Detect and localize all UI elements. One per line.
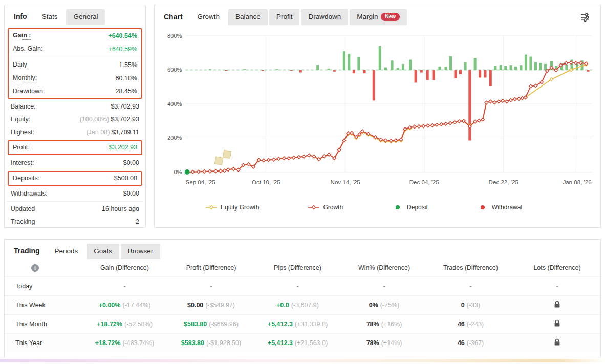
stat-label[interactable]: Abs. Gain: xyxy=(13,45,42,53)
locked-cell[interactable] xyxy=(514,319,600,329)
periods-panel: Trading PeriodsGoalsBrowser iGain (Diffe… xyxy=(4,239,601,358)
gain-bar xyxy=(397,68,399,70)
gain-bar xyxy=(544,64,547,70)
loss-bar xyxy=(333,70,336,72)
loss-bar xyxy=(353,70,355,74)
tab-stats[interactable]: Stats xyxy=(35,9,65,25)
tab-profit[interactable]: Profit xyxy=(269,9,300,25)
legend-item-equity-growth[interactable]: Equity Growth xyxy=(206,204,259,211)
cell-diff-value: (+31,339.8) xyxy=(295,320,328,328)
tab-trading[interactable]: Trading xyxy=(9,243,46,259)
growth-line xyxy=(187,62,586,172)
table-cell: 46(-367) xyxy=(427,339,514,347)
periods-panel-tabbar: Trading PeriodsGoalsBrowser xyxy=(5,240,600,259)
cell-diff-value: (-75%) xyxy=(380,302,400,309)
tab-margin[interactable]: MarginNew xyxy=(350,9,407,25)
cell-diff-value: (+21,563.0) xyxy=(295,339,328,347)
gain-bar xyxy=(449,56,452,70)
table-cell: - xyxy=(427,283,514,290)
gain-bar xyxy=(391,60,394,70)
loss-bar xyxy=(459,70,462,74)
period-label: Today xyxy=(5,283,81,290)
tab-browser[interactable]: Browser xyxy=(121,244,161,259)
table-cell: +0.00%(-17.44%) xyxy=(81,302,168,309)
gain-bar xyxy=(500,65,502,70)
loss-bar xyxy=(426,70,429,80)
growth-chart: 0%200%400%600%800%Sep 04, '25Oct 10, '25… xyxy=(156,27,597,201)
loss-bar xyxy=(299,70,302,73)
chart-area: 0%200%400%600%800%Sep 04, '25Oct 10, '25… xyxy=(155,26,600,203)
stat-label[interactable]: Monthly: xyxy=(13,74,37,82)
stat-row: Withdrawals:$0.00 xyxy=(7,187,143,200)
empty-value: - xyxy=(296,283,298,290)
divider xyxy=(7,201,143,202)
stat-label[interactable]: Daily xyxy=(13,61,27,69)
growth-markers xyxy=(185,61,588,174)
table-cell: $0.00(-$549.97) xyxy=(168,302,254,309)
column-header: Lots (Difference) xyxy=(514,264,600,271)
loss-bar xyxy=(489,70,492,87)
gain-bar xyxy=(402,64,404,70)
table-cell: - xyxy=(81,283,168,290)
table-cell: 0%(-75%) xyxy=(341,302,427,309)
column-header: Pips (Difference) xyxy=(254,264,341,271)
deposit-dot xyxy=(185,169,190,175)
cell-main-value: $583.80 xyxy=(184,320,207,328)
legend-item-withdrawal[interactable]: Withdrawal xyxy=(477,204,522,211)
legend-dot-marker xyxy=(477,205,488,210)
info-icon[interactable]: i xyxy=(31,264,39,272)
sliders-icon xyxy=(578,11,591,24)
period-label: This Month xyxy=(5,320,81,328)
tab-general[interactable]: General xyxy=(66,9,105,25)
loss-bar xyxy=(225,70,227,71)
stat-value: 2 xyxy=(136,218,139,226)
cell-main-value: 0% xyxy=(369,302,378,309)
x-axis-tick: Nov 14, '25 xyxy=(331,179,360,185)
stat-row: Tracking2 xyxy=(7,216,143,228)
stat-value: $0.00 xyxy=(123,159,139,167)
chart-panel-tabbar: Chart GrowthBalanceProfitDrawdownMarginN… xyxy=(155,5,600,26)
tab-goals[interactable]: Goals xyxy=(87,244,119,259)
tab-chart[interactable]: Chart xyxy=(159,9,189,25)
stat-label[interactable]: Gain : xyxy=(13,32,31,40)
stat-row: Profit:$3,202.93 xyxy=(9,141,141,154)
gain-bar xyxy=(328,69,330,70)
cell-diff-value: (-33) xyxy=(467,302,480,309)
column-header: Trades (Difference) xyxy=(427,264,514,271)
stat-row: Drawdown:28.45% xyxy=(9,85,141,98)
legend-item-growth[interactable]: Growth xyxy=(308,204,343,211)
cell-diff-value: (+14%) xyxy=(381,339,402,347)
stats-list: Gain :+640.54%Abs. Gain:+640.59%Daily1.5… xyxy=(5,25,145,228)
legend-line-marker xyxy=(206,205,217,210)
tab-info[interactable]: Info xyxy=(9,9,33,25)
note-marker[interactable] xyxy=(214,157,223,165)
column-header: Gain (Difference) xyxy=(81,264,168,271)
note-marker[interactable] xyxy=(223,150,231,158)
locked-cell[interactable] xyxy=(514,301,600,310)
stat-value: (Jan 08)$3,709.11 xyxy=(86,129,139,136)
gain-bar xyxy=(243,69,246,70)
column-header: Profit (Difference) xyxy=(168,264,254,271)
lock-icon xyxy=(554,319,560,327)
stat-row: Deposits:$500.00 xyxy=(9,172,141,185)
gain-bar xyxy=(316,65,319,70)
table-row: Today------ xyxy=(5,276,600,295)
tab-balance[interactable]: Balance xyxy=(228,9,268,25)
column-header: Win% (Difference) xyxy=(341,264,427,271)
locked-cell[interactable] xyxy=(514,338,600,348)
table-cell: 78%(+14%) xyxy=(341,339,427,347)
chart-settings-button[interactable] xyxy=(578,9,595,26)
stat-value-note: (100.00%) xyxy=(80,116,110,123)
tab-drawdown[interactable]: Drawdown xyxy=(301,9,348,25)
gain-bar xyxy=(438,67,441,70)
x-axis-tick: Jan 08, '26 xyxy=(563,179,591,185)
stat-value: 1.55% xyxy=(119,61,137,69)
tab-periods[interactable]: Periods xyxy=(48,244,85,259)
cell-main-value: +18.72% xyxy=(97,320,122,328)
stat-value: $500.00 xyxy=(114,175,137,182)
x-axis-tick: Sep 04, '25 xyxy=(185,179,215,185)
tab-growth[interactable]: Growth xyxy=(190,9,227,25)
cell-diff-value: (-17.44%) xyxy=(122,302,150,309)
legend-item-deposit[interactable]: Deposit xyxy=(392,204,428,211)
equity-growth-line xyxy=(187,65,586,172)
